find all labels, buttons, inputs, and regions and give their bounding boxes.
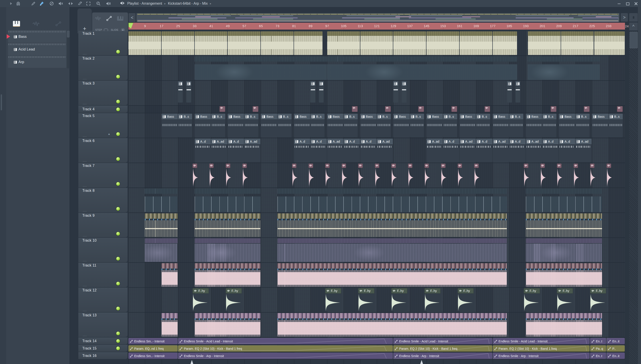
track-lane-15[interactable]: Param. EQ..nd 1 freqParam. EQ 2 (Slot 10… [128,345,627,352]
pattern-item-arp[interactable]: Arp [8,56,66,68]
automation-clip[interactable]: En..t [590,353,606,359]
kick-decay-clip[interactable] [358,164,364,187]
audio-clip-decay[interactable]: F..hy [391,288,407,312]
pattern-clip-small[interactable] [178,81,183,102]
audio-clip-cream[interactable] [594,31,625,55]
pattern-clip-acid[interactable]: A..d [344,138,360,162]
pattern-clip-acid[interactable]: A..ad [426,138,442,162]
audio-clip-cream[interactable] [426,31,459,55]
automation-clip[interactable]: Param. EQ 2 (Slot 10) - Kick - Band 1 fr… [493,345,590,352]
track-header-9[interactable]: Track 9... [78,213,128,238]
sliced-audio-clip[interactable] [195,263,261,287]
audio-clip-decay[interactable]: F..hy [226,288,242,312]
timeline-ruler[interactable]: 9172533414957657381899710511312112913714… [128,23,625,30]
pattern-clip-bass[interactable]: Bass [460,114,476,137]
track-header-10[interactable]: Track 10... [78,238,128,262]
sliced-audio-clip[interactable] [195,313,261,337]
sliced-audio-clip[interactable] [278,213,507,237]
track-header-6[interactable]: Track 6... [78,138,128,163]
pattern-clip-bass[interactable]: Bass [493,114,509,137]
pattern-clip-bass[interactable]: B..s [344,114,358,137]
slip-icon[interactable] [68,1,73,6]
track-header-11[interactable]: Track 11... [78,263,128,287]
audio-clip-cream[interactable] [228,31,260,55]
automation-clip[interactable]: Endless Smile - Arp - Intensit [493,353,590,359]
pattern-item-bass[interactable]: Bass [8,30,66,42]
close-button[interactable] [634,2,638,5]
audio-clip-decay[interactable]: F..hy [524,288,540,312]
pattern-clip-bass[interactable]: Bass [592,114,608,137]
pattern-clip-small[interactable] [393,81,398,102]
mute-led[interactable] [116,75,120,78]
pattern-clip-acid[interactable]: A..ad [526,138,542,162]
kick-decay-clip[interactable] [308,164,314,187]
kick-decay-clip[interactable] [557,164,563,187]
pattern-clip-small[interactable] [186,81,191,102]
automation-clip[interactable]: En..it [606,353,625,359]
pattern-clip-bass[interactable]: B..s [211,114,225,137]
minimize-button[interactable] [618,2,621,5]
track-lane-5[interactable]: BassB..sBassB..sBassB..sBassB..sBassB..s… [128,113,627,138]
tab-audio-wave[interactable] [31,20,41,27]
track-lane-7[interactable] [128,163,627,188]
track-header-14[interactable]: Track 14 [78,338,128,344]
automation-clip[interactable]: Endless Smile - Arp - Intensit [393,353,492,359]
kick-decay-clip[interactable] [540,164,546,187]
picker-scrollbar-thumb[interactable] [67,31,70,38]
picker-scrollbar[interactable] [67,30,70,68]
sliced-audio-clip[interactable] [145,213,178,237]
automation-clip[interactable]: P.. [606,345,625,352]
overview-scrollbar[interactable] [136,13,620,22]
pattern-clip-bass[interactable]: B..s [278,114,292,137]
track-options-dots[interactable]: ... [83,260,87,261]
automation-clip[interactable]: Param. EQ..nd 1 freq [128,345,178,352]
pattern-clip-acid[interactable]: A..d [294,138,310,162]
sliced-audio-clip[interactable] [162,263,178,287]
mute-led[interactable] [116,50,120,54]
kick-clip[interactable] [220,106,225,112]
pattern-clip-bass[interactable]: B..s [576,114,590,137]
scroll-up-button[interactable]: ^ [629,22,638,31]
pattern-clip-bass[interactable]: B..s [609,114,623,137]
pattern-clip-acid[interactable]: A..ad [377,138,393,162]
pattern-clip-bass[interactable]: Bass [559,114,575,137]
pattern-clip-bass[interactable]: B..s [377,114,391,137]
automation-clip[interactable]: Endless Smile - Acid Lead - Intensit [493,338,590,344]
track-options-dots[interactable]: ... [83,135,87,136]
track-header-15[interactable]: Track 15 [78,345,128,352]
track-header-1[interactable]: Track 1... [78,31,128,56]
audio-clip-decay[interactable]: F..hy [458,288,474,312]
automation-clip[interactable]: En..t [590,338,606,344]
audio-clip-cream[interactable] [393,31,426,55]
sliced-audio-clip[interactable] [526,313,602,337]
mute-led[interactable] [116,157,120,161]
kick-clip[interactable] [617,106,623,112]
mute-led[interactable] [116,257,120,260]
audio-clip-cream[interactable] [561,31,594,55]
track-header-8[interactable]: Track 8... [78,188,128,212]
audio-clip-teal[interactable] [195,188,261,212]
kick-decay-clip[interactable] [424,164,430,187]
track-lane-14[interactable]: Endless Sm..- IntensitEndless Smile - Ac… [128,338,627,345]
audio-clip-cream[interactable] [294,31,322,55]
pattern-clip-small[interactable] [319,81,324,102]
kick-clip[interactable] [352,106,358,112]
tab-patterns-piano[interactable] [12,20,21,27]
pattern-clip-acid[interactable]: A..ad [576,138,592,162]
pattern-clip-bass[interactable]: B..s [310,114,324,137]
audio-clip-teal[interactable] [528,56,600,80]
mute-icon[interactable] [58,1,64,6]
audio-clip-teal[interactable] [526,188,602,212]
track-lane-2[interactable] [128,56,627,81]
pattern-clip-small[interactable] [507,81,512,102]
kick-decay-clip[interactable] [192,164,198,187]
pattern-clip-bass[interactable]: Bass [327,114,343,137]
track-lane-11[interactable] [128,263,627,288]
left-edge-scroll-handle[interactable] [1,94,2,110]
scroll-left-button[interactable]: < [128,13,136,22]
mute-led[interactable] [116,108,120,111]
track-header-5[interactable]: Track 5...▲ [78,113,128,138]
audio-clip-cream[interactable] [528,31,561,55]
audio-clip-cream[interactable] [162,31,194,55]
automation-clip[interactable]: Endless Smile - Acid Lead - Intensit [393,338,492,344]
